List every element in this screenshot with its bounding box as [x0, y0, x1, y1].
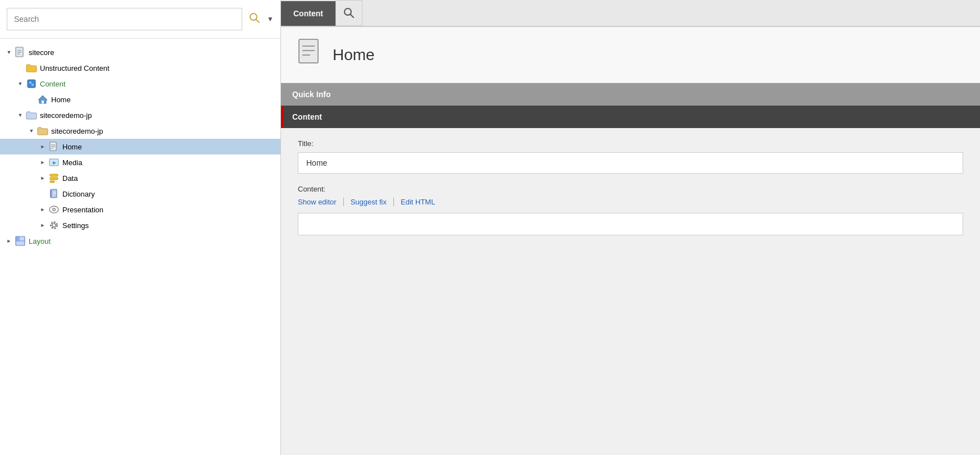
svg-point-28 [52, 224, 56, 227]
content-editor[interactable] [298, 213, 963, 235]
node-label-data: Data [62, 174, 78, 183]
expand-btn-home-selected[interactable]: ► [38, 142, 47, 151]
suggest-fix-link[interactable]: Suggest fix [344, 198, 394, 206]
tree-node-sitecoredemo-jp-2[interactable]: ▼sitecoredemo-jp [0, 123, 280, 139]
node-label-home-selected: Home [62, 143, 82, 151]
tree-node-home-selected[interactable]: ►Home [0, 139, 280, 154]
quick-info-header[interactable]: Quick Info [281, 83, 980, 106]
tree-node-settings[interactable]: ►Settings [0, 217, 280, 233]
node-icon-media [48, 157, 60, 168]
tree-node-content-root[interactable]: ▼Content [0, 76, 280, 92]
node-label-settings: Settings [62, 221, 89, 230]
page-title: Home [333, 46, 375, 64]
node-label-content-root: Content [40, 80, 66, 88]
expand-btn-sitecore[interactable]: ▼ [4, 48, 13, 57]
svg-point-29 [51, 222, 57, 229]
expand-btn-content-root[interactable]: ▼ [16, 79, 25, 88]
expand-btn-presentation[interactable]: ► [38, 205, 47, 214]
tab-content[interactable]: Content [281, 1, 335, 26]
right-panel: Content Home Quick Info Conten [281, 0, 980, 455]
node-label-sitecore: sitecore [29, 48, 55, 57]
tree-node-dictionary[interactable]: Dictionary [0, 186, 280, 202]
search-input[interactable] [7, 8, 242, 30]
svg-rect-18 [50, 178, 58, 180]
title-label: Title: [298, 139, 963, 148]
tree-node-unstructured[interactable]: Unstructured Content [0, 60, 280, 76]
search-button[interactable] [247, 10, 262, 29]
svg-rect-7 [29, 81, 31, 84]
content-area: Home Quick Info Content Title: Home Cont… [281, 27, 980, 455]
dropdown-arrow-icon[interactable]: ▼ [267, 15, 274, 23]
svg-rect-31 [16, 236, 20, 240]
node-icon-home-top [37, 94, 48, 105]
form-area: Title: Home Content: Show editor Suggest… [281, 128, 980, 247]
node-icon-home-selected [48, 141, 60, 152]
tree-node-layout[interactable]: ►Layout [0, 233, 280, 249]
left-panel: ▼ ▼sitecoreUnstructured Content▼ContentH… [0, 0, 281, 455]
node-icon-content-root [26, 78, 37, 89]
search-bar: ▼ [0, 0, 280, 39]
node-icon-unstructured [26, 62, 37, 74]
tree-node-media[interactable]: ►Media [0, 154, 280, 170]
expand-btn-media[interactable]: ► [38, 158, 47, 167]
page-header: Home [281, 27, 980, 83]
tree-node-home-top[interactable]: Home [0, 92, 280, 107]
expand-btn-dictionary [38, 189, 47, 198]
svg-rect-17 [50, 174, 58, 176]
node-label-layout: Layout [29, 237, 51, 245]
svg-rect-10 [42, 101, 44, 103]
node-icon-sitecoredemo-jp-1 [26, 110, 37, 121]
content-section-header[interactable]: Content [281, 106, 980, 128]
expand-btn-sitecoredemo-jp-2[interactable]: ▼ [27, 126, 36, 135]
node-label-home-top: Home [51, 95, 71, 104]
svg-line-1 [256, 19, 260, 22]
expand-btn-sitecoredemo-jp-1[interactable]: ▼ [16, 111, 25, 120]
page-header-icon [298, 38, 323, 71]
top-tabs: Content [281, 0, 980, 27]
node-icon-presentation [48, 204, 60, 215]
expand-btn-unstructured [16, 63, 25, 72]
content-label: Content: [298, 185, 963, 193]
node-icon-data [48, 172, 60, 184]
node-icon-sitecore [15, 47, 26, 58]
node-label-media: Media [62, 158, 82, 167]
node-label-sitecoredemo-jp-2: sitecoredemo-jp [51, 127, 103, 135]
node-label-unstructured: Unstructured Content [40, 64, 110, 72]
node-icon-dictionary [48, 188, 60, 199]
svg-line-34 [350, 15, 353, 18]
tree-node-data[interactable]: ►Data [0, 170, 280, 186]
show-editor-link[interactable]: Show editor [298, 198, 344, 206]
expand-btn-layout[interactable]: ► [4, 236, 13, 245]
svg-point-27 [53, 209, 55, 211]
tree-node-sitecore[interactable]: ▼sitecore [0, 44, 280, 60]
svg-rect-21 [50, 190, 52, 197]
tree-node-sitecoredemo-jp-1[interactable]: ▼sitecoredemo-jp [0, 107, 280, 123]
node-label-dictionary: Dictionary [62, 190, 95, 198]
title-input[interactable]: Home [298, 152, 963, 174]
content-actions: Show editor Suggest fix Edit HTML [298, 198, 963, 206]
tab-search-button[interactable] [335, 0, 362, 26]
edit-html-link[interactable]: Edit HTML [394, 198, 442, 206]
node-label-sitecoredemo-jp-1: sitecoredemo-jp [40, 111, 92, 120]
expand-btn-home-top [27, 95, 36, 104]
node-icon-sitecoredemo-jp-2 [37, 125, 48, 136]
expand-btn-settings[interactable]: ► [38, 221, 47, 230]
node-icon-layout [15, 235, 26, 247]
expand-btn-data[interactable]: ► [38, 174, 47, 183]
tree-area: ▼sitecoreUnstructured Content▼ContentHom… [0, 39, 280, 455]
tree-node-presentation[interactable]: ►Presentation [0, 202, 280, 217]
node-label-presentation: Presentation [62, 206, 103, 214]
svg-rect-19 [50, 181, 55, 183]
svg-rect-8 [31, 84, 34, 86]
node-icon-settings [48, 220, 60, 231]
